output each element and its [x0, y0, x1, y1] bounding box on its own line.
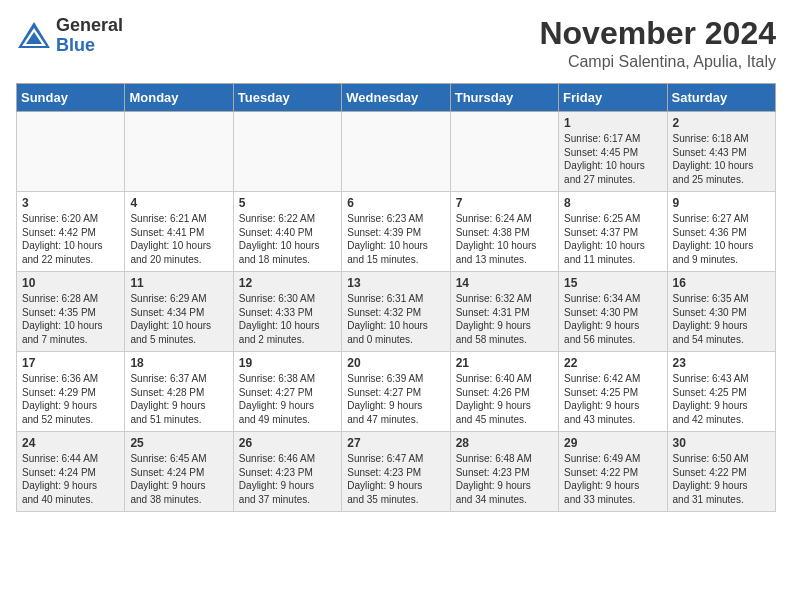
calendar-cell: 16Sunrise: 6:35 AMSunset: 4:30 PMDayligh…	[667, 272, 775, 352]
cell-text: Sunrise: 6:32 AMSunset: 4:31 PMDaylight:…	[456, 292, 553, 346]
cell-text: Sunrise: 6:28 AMSunset: 4:35 PMDaylight:…	[22, 292, 119, 346]
calendar-cell: 13Sunrise: 6:31 AMSunset: 4:32 PMDayligh…	[342, 272, 450, 352]
day-number: 6	[347, 196, 444, 210]
day-header-sunday: Sunday	[17, 84, 125, 112]
month-year-title: November 2024	[539, 16, 776, 51]
cell-text: Sunrise: 6:43 AMSunset: 4:25 PMDaylight:…	[673, 372, 770, 426]
day-header-tuesday: Tuesday	[233, 84, 341, 112]
day-number: 25	[130, 436, 227, 450]
calendar-cell: 9Sunrise: 6:27 AMSunset: 4:36 PMDaylight…	[667, 192, 775, 272]
calendar-week-row: 24Sunrise: 6:44 AMSunset: 4:24 PMDayligh…	[17, 432, 776, 512]
calendar-cell: 18Sunrise: 6:37 AMSunset: 4:28 PMDayligh…	[125, 352, 233, 432]
day-header-friday: Friday	[559, 84, 667, 112]
logo: General Blue	[16, 16, 123, 56]
calendar-week-row: 1Sunrise: 6:17 AMSunset: 4:45 PMDaylight…	[17, 112, 776, 192]
day-number: 5	[239, 196, 336, 210]
day-number: 13	[347, 276, 444, 290]
day-number: 15	[564, 276, 661, 290]
cell-text: Sunrise: 6:38 AMSunset: 4:27 PMDaylight:…	[239, 372, 336, 426]
day-number: 2	[673, 116, 770, 130]
cell-text: Sunrise: 6:27 AMSunset: 4:36 PMDaylight:…	[673, 212, 770, 266]
day-number: 10	[22, 276, 119, 290]
cell-text: Sunrise: 6:44 AMSunset: 4:24 PMDaylight:…	[22, 452, 119, 506]
day-number: 24	[22, 436, 119, 450]
logo-blue-text: Blue	[56, 36, 123, 56]
cell-text: Sunrise: 6:36 AMSunset: 4:29 PMDaylight:…	[22, 372, 119, 426]
cell-text: Sunrise: 6:50 AMSunset: 4:22 PMDaylight:…	[673, 452, 770, 506]
calendar-cell: 21Sunrise: 6:40 AMSunset: 4:26 PMDayligh…	[450, 352, 558, 432]
calendar-cell: 2Sunrise: 6:18 AMSunset: 4:43 PMDaylight…	[667, 112, 775, 192]
calendar-week-row: 3Sunrise: 6:20 AMSunset: 4:42 PMDaylight…	[17, 192, 776, 272]
cell-text: Sunrise: 6:45 AMSunset: 4:24 PMDaylight:…	[130, 452, 227, 506]
calendar-cell: 17Sunrise: 6:36 AMSunset: 4:29 PMDayligh…	[17, 352, 125, 432]
cell-text: Sunrise: 6:46 AMSunset: 4:23 PMDaylight:…	[239, 452, 336, 506]
day-number: 18	[130, 356, 227, 370]
day-number: 11	[130, 276, 227, 290]
day-number: 28	[456, 436, 553, 450]
day-number: 30	[673, 436, 770, 450]
day-number: 26	[239, 436, 336, 450]
cell-text: Sunrise: 6:39 AMSunset: 4:27 PMDaylight:…	[347, 372, 444, 426]
day-number: 27	[347, 436, 444, 450]
day-header-monday: Monday	[125, 84, 233, 112]
day-header-saturday: Saturday	[667, 84, 775, 112]
calendar-cell	[125, 112, 233, 192]
calendar-cell: 29Sunrise: 6:49 AMSunset: 4:22 PMDayligh…	[559, 432, 667, 512]
day-number: 3	[22, 196, 119, 210]
cell-text: Sunrise: 6:25 AMSunset: 4:37 PMDaylight:…	[564, 212, 661, 266]
calendar-cell: 7Sunrise: 6:24 AMSunset: 4:38 PMDaylight…	[450, 192, 558, 272]
calendar-cell: 24Sunrise: 6:44 AMSunset: 4:24 PMDayligh…	[17, 432, 125, 512]
title-section: November 2024 Campi Salentina, Apulia, I…	[539, 16, 776, 71]
calendar-cell: 20Sunrise: 6:39 AMSunset: 4:27 PMDayligh…	[342, 352, 450, 432]
calendar-cell: 14Sunrise: 6:32 AMSunset: 4:31 PMDayligh…	[450, 272, 558, 352]
calendar-cell: 10Sunrise: 6:28 AMSunset: 4:35 PMDayligh…	[17, 272, 125, 352]
day-number: 1	[564, 116, 661, 130]
day-number: 14	[456, 276, 553, 290]
logo-general-text: General	[56, 16, 123, 36]
cell-text: Sunrise: 6:42 AMSunset: 4:25 PMDaylight:…	[564, 372, 661, 426]
day-number: 19	[239, 356, 336, 370]
calendar-cell: 4Sunrise: 6:21 AMSunset: 4:41 PMDaylight…	[125, 192, 233, 272]
calendar-cell: 3Sunrise: 6:20 AMSunset: 4:42 PMDaylight…	[17, 192, 125, 272]
calendar-cell	[233, 112, 341, 192]
calendar-cell	[17, 112, 125, 192]
cell-text: Sunrise: 6:40 AMSunset: 4:26 PMDaylight:…	[456, 372, 553, 426]
day-number: 23	[673, 356, 770, 370]
calendar-cell: 8Sunrise: 6:25 AMSunset: 4:37 PMDaylight…	[559, 192, 667, 272]
cell-text: Sunrise: 6:22 AMSunset: 4:40 PMDaylight:…	[239, 212, 336, 266]
cell-text: Sunrise: 6:21 AMSunset: 4:41 PMDaylight:…	[130, 212, 227, 266]
logo-text: General Blue	[56, 16, 123, 56]
calendar-cell: 22Sunrise: 6:42 AMSunset: 4:25 PMDayligh…	[559, 352, 667, 432]
day-number: 9	[673, 196, 770, 210]
cell-text: Sunrise: 6:49 AMSunset: 4:22 PMDaylight:…	[564, 452, 661, 506]
cell-text: Sunrise: 6:34 AMSunset: 4:30 PMDaylight:…	[564, 292, 661, 346]
day-number: 22	[564, 356, 661, 370]
calendar-cell: 30Sunrise: 6:50 AMSunset: 4:22 PMDayligh…	[667, 432, 775, 512]
logo-icon	[16, 18, 52, 54]
location-subtitle: Campi Salentina, Apulia, Italy	[539, 53, 776, 71]
day-header-wednesday: Wednesday	[342, 84, 450, 112]
day-number: 29	[564, 436, 661, 450]
calendar-cell: 1Sunrise: 6:17 AMSunset: 4:45 PMDaylight…	[559, 112, 667, 192]
cell-text: Sunrise: 6:30 AMSunset: 4:33 PMDaylight:…	[239, 292, 336, 346]
cell-text: Sunrise: 6:35 AMSunset: 4:30 PMDaylight:…	[673, 292, 770, 346]
cell-text: Sunrise: 6:48 AMSunset: 4:23 PMDaylight:…	[456, 452, 553, 506]
calendar-cell: 25Sunrise: 6:45 AMSunset: 4:24 PMDayligh…	[125, 432, 233, 512]
day-number: 8	[564, 196, 661, 210]
day-header-thursday: Thursday	[450, 84, 558, 112]
calendar-cell: 15Sunrise: 6:34 AMSunset: 4:30 PMDayligh…	[559, 272, 667, 352]
cell-text: Sunrise: 6:29 AMSunset: 4:34 PMDaylight:…	[130, 292, 227, 346]
cell-text: Sunrise: 6:20 AMSunset: 4:42 PMDaylight:…	[22, 212, 119, 266]
day-number: 7	[456, 196, 553, 210]
calendar-header-row: SundayMondayTuesdayWednesdayThursdayFrid…	[17, 84, 776, 112]
day-number: 17	[22, 356, 119, 370]
calendar-cell	[342, 112, 450, 192]
calendar-week-row: 17Sunrise: 6:36 AMSunset: 4:29 PMDayligh…	[17, 352, 776, 432]
cell-text: Sunrise: 6:17 AMSunset: 4:45 PMDaylight:…	[564, 132, 661, 186]
calendar-cell: 5Sunrise: 6:22 AMSunset: 4:40 PMDaylight…	[233, 192, 341, 272]
calendar-table: SundayMondayTuesdayWednesdayThursdayFrid…	[16, 83, 776, 512]
day-number: 4	[130, 196, 227, 210]
cell-text: Sunrise: 6:47 AMSunset: 4:23 PMDaylight:…	[347, 452, 444, 506]
calendar-cell: 6Sunrise: 6:23 AMSunset: 4:39 PMDaylight…	[342, 192, 450, 272]
calendar-week-row: 10Sunrise: 6:28 AMSunset: 4:35 PMDayligh…	[17, 272, 776, 352]
